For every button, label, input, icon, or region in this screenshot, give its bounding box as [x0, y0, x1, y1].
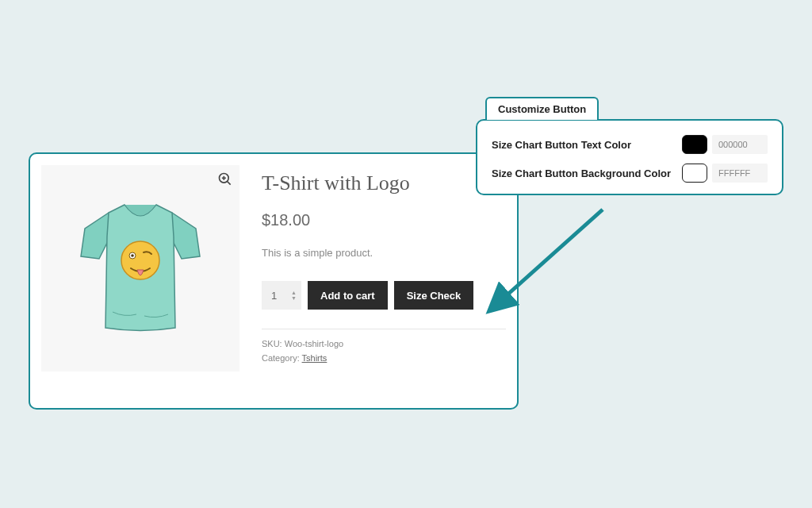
hex-input-bg[interactable]	[712, 164, 768, 183]
add-to-cart-button[interactable]: Add to cart	[308, 281, 388, 310]
product-card: T-Shirt with Logo $18.00 This is a simpl…	[29, 152, 519, 410]
bg-color-controls	[682, 164, 768, 183]
size-check-button[interactable]: Size Check	[394, 281, 474, 310]
color-swatch-text[interactable]	[682, 135, 707, 154]
magnify-plus-icon[interactable]	[217, 171, 233, 187]
cart-row: 1 ▲▼ Add to cart Size Check	[262, 281, 506, 310]
product-title: T-Shirt with Logo	[262, 171, 506, 195]
text-color-controls	[682, 135, 768, 154]
bg-color-label: Size Chart Button Background Color	[492, 167, 671, 179]
svg-line-1	[228, 182, 231, 185]
product-description: This is a simple product.	[262, 247, 506, 259]
text-color-label: Size Chart Button Text Color	[492, 139, 631, 151]
category-label: Category:	[262, 353, 300, 363]
category-row: Category: Tshirts	[262, 352, 506, 366]
hex-input-text[interactable]	[712, 135, 768, 154]
quantity-value: 1	[271, 290, 277, 302]
stepper-arrows-icon[interactable]: ▲▼	[291, 290, 297, 301]
color-swatch-bg[interactable]	[682, 164, 707, 183]
bg-color-row: Size Chart Button Background Color	[492, 164, 768, 183]
quantity-stepper[interactable]: 1 ▲▼	[262, 281, 301, 310]
product-info: T-Shirt with Logo $18.00 This is a simpl…	[262, 165, 506, 397]
product-price: $18.00	[262, 211, 506, 229]
customize-button-popover: Customize Button Size Chart Button Text …	[476, 119, 783, 195]
tshirt-image	[69, 189, 212, 348]
popover-tab-customize[interactable]: Customize Button	[485, 97, 599, 120]
divider	[262, 329, 506, 329]
text-color-row: Size Chart Button Text Color	[492, 135, 768, 154]
category-link[interactable]: Tshirts	[302, 353, 327, 363]
sku-value: Woo-tshirt-logo	[285, 339, 343, 348]
svg-point-6	[131, 254, 134, 257]
sku-label: SKU:	[262, 339, 282, 348]
product-image-container	[41, 165, 239, 371]
sku-row: SKU: Woo-tshirt-logo	[262, 337, 506, 352]
